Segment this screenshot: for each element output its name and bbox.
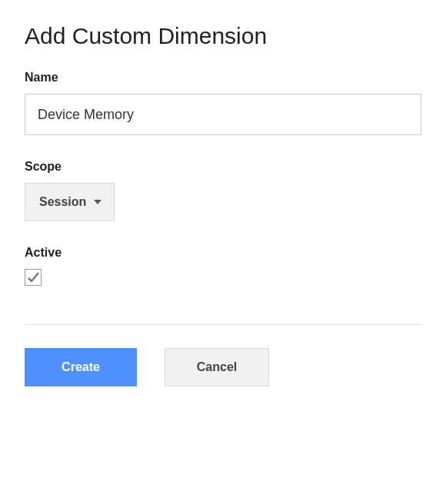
svg-marker-0 <box>94 200 102 204</box>
active-label: Active <box>25 246 423 260</box>
check-icon <box>26 270 40 284</box>
name-label: Name <box>25 71 423 85</box>
name-input[interactable] <box>25 94 421 135</box>
create-button[interactable]: Create <box>25 348 137 386</box>
scope-selected-value: Session <box>39 195 86 209</box>
scope-label: Scope <box>25 160 423 174</box>
active-field-group: Active <box>25 246 423 287</box>
scope-field-group: Scope Session <box>25 160 423 221</box>
page-title: Add Custom Dimension <box>25 23 423 49</box>
active-checkbox[interactable] <box>25 269 42 286</box>
divider <box>25 324 421 325</box>
button-row: Create Cancel <box>25 348 423 386</box>
cancel-button[interactable]: Cancel <box>165 348 269 386</box>
chevron-down-icon <box>94 200 102 204</box>
scope-dropdown[interactable]: Session <box>25 183 115 221</box>
name-field-group: Name <box>25 71 423 135</box>
